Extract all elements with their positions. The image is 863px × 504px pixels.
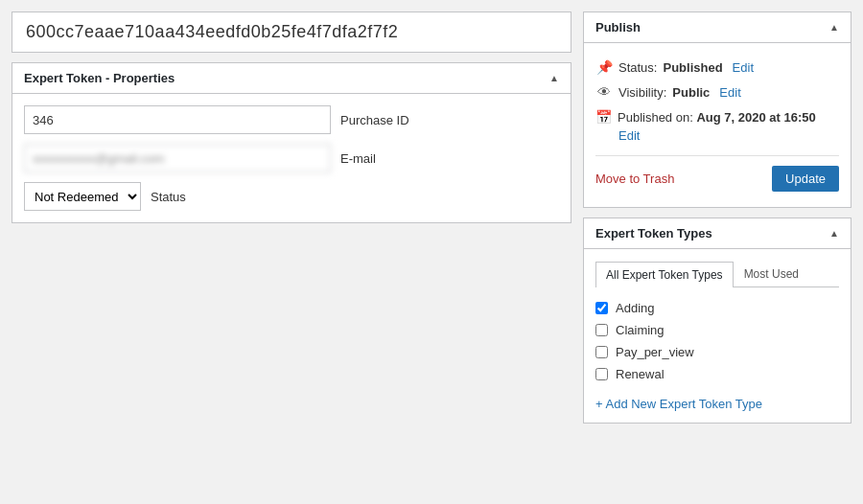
email-input[interactable] xyxy=(24,144,331,172)
token-id-display: 600cc7eaae710aa434eedfd0b25fe4f7dfa2f7f2 xyxy=(12,11,571,53)
move-to-trash-link[interactable]: Move to Trash xyxy=(595,172,674,186)
status-label-text: Status: xyxy=(618,60,657,75)
properties-panel-header: Expert Token - Properties ▲ xyxy=(12,63,571,94)
list-item[interactable]: Renewal xyxy=(595,367,839,381)
published-on-label: Published on: xyxy=(618,110,693,125)
email-label: E-mail xyxy=(340,151,376,166)
claiming-checkbox[interactable] xyxy=(595,324,608,336)
status-label: Status xyxy=(151,190,186,204)
renewal-checkbox[interactable] xyxy=(595,368,608,380)
token-types-list: Adding Claiming Pay_per_view Renewal xyxy=(595,297,839,385)
calendar-icon: 📅 xyxy=(595,109,612,125)
status-select[interactable]: Not Redeemed Redeemed xyxy=(24,182,141,211)
update-button[interactable]: Update xyxy=(772,166,839,192)
properties-panel: Expert Token - Properties ▲ Purchase ID … xyxy=(12,62,571,223)
publish-panel-header: Publish ▲ xyxy=(584,12,851,43)
renewal-label: Renewal xyxy=(616,367,665,381)
publish-panel-body: 📌 Status: Published Edit 👁 Visibility: P… xyxy=(584,43,851,207)
claiming-label: Claiming xyxy=(616,323,665,337)
publish-panel-title: Publish xyxy=(595,20,641,34)
visibility-edit-link[interactable]: Edit xyxy=(719,85,740,100)
status-row: Not Redeemed Redeemed Status xyxy=(24,182,559,211)
token-types-panel-header: Expert Token Types ▲ xyxy=(584,218,851,249)
list-item[interactable]: Claiming xyxy=(595,323,839,337)
pin-icon: 📌 xyxy=(595,59,613,75)
published-on-text: Published on: Aug 7, 2020 at 16:50 xyxy=(618,109,816,126)
publish-visibility-row: 👁 Visibility: Public Edit xyxy=(595,80,839,104)
adding-checkbox[interactable] xyxy=(595,302,608,314)
list-item[interactable]: Adding xyxy=(595,301,839,315)
visibility-value: Public xyxy=(672,85,710,100)
published-on-edit-link[interactable]: Edit xyxy=(618,128,839,143)
tab-most-used[interactable]: Most Used xyxy=(734,261,809,286)
adding-label: Adding xyxy=(616,301,654,315)
publish-status-row: 📌 Status: Published Edit xyxy=(595,55,839,80)
purchase-id-row: Purchase ID xyxy=(24,105,559,134)
properties-panel-body: Purchase ID E-mail Not Redeemed Redeemed… xyxy=(12,94,571,222)
published-on-row: 📅 Published on: Aug 7, 2020 at 16:50 Edi… xyxy=(595,104,839,148)
token-types-panel: Expert Token Types ▲ All Expert Token Ty… xyxy=(583,218,851,424)
token-types-panel-title: Expert Token Types xyxy=(595,226,712,241)
status-edit-link[interactable]: Edit xyxy=(733,60,754,75)
status-value: Published xyxy=(663,60,722,75)
pay-per-view-checkbox[interactable] xyxy=(595,346,608,358)
add-token-type-link[interactable]: + Add New Expert Token Type xyxy=(595,397,839,411)
token-types-tabs: All Expert Token Types Most Used xyxy=(595,261,839,287)
eye-icon: 👁 xyxy=(595,84,613,100)
date-line: 📅 Published on: Aug 7, 2020 at 16:50 xyxy=(595,109,839,126)
tab-all-token-types[interactable]: All Expert Token Types xyxy=(595,262,734,287)
pay-per-view-label: Pay_per_view xyxy=(616,345,694,359)
token-types-collapse-icon[interactable]: ▲ xyxy=(829,228,839,239)
email-row: E-mail xyxy=(24,144,559,172)
token-types-panel-body: All Expert Token Types Most Used Adding … xyxy=(584,249,851,423)
purchase-id-label: Purchase ID xyxy=(340,113,409,127)
properties-collapse-icon[interactable]: ▲ xyxy=(549,73,559,83)
publish-panel: Publish ▲ 📌 Status: Published Edit 👁 Vis… xyxy=(583,11,851,208)
published-on-date: Aug 7, 2020 at 16:50 xyxy=(696,110,815,125)
purchase-id-input[interactable] xyxy=(24,105,331,134)
properties-panel-title: Expert Token - Properties xyxy=(24,71,175,85)
publish-collapse-icon[interactable]: ▲ xyxy=(829,22,839,33)
list-item[interactable]: Pay_per_view xyxy=(595,345,839,359)
publish-actions-row: Move to Trash Update xyxy=(595,155,839,195)
visibility-label-text: Visibility: xyxy=(618,85,666,100)
